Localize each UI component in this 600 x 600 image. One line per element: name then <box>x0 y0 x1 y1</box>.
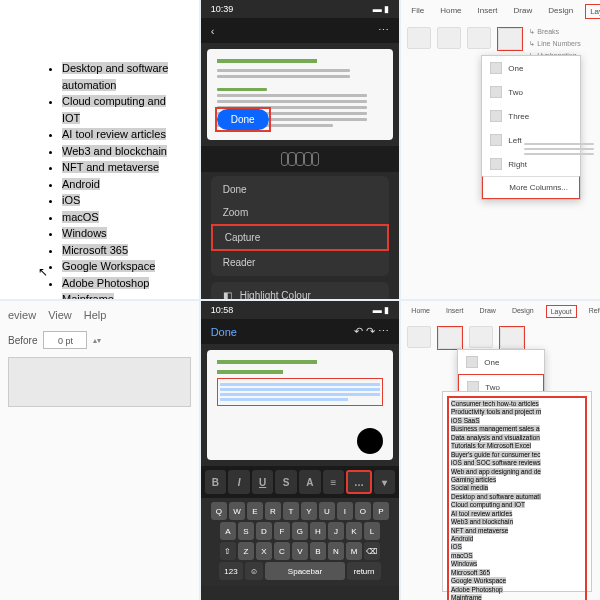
bold-button[interactable]: B <box>205 470 227 494</box>
orientation-icon[interactable] <box>438 327 462 349</box>
italic-button[interactable]: I <box>228 470 250 494</box>
list-item[interactable]: Google Workspace <box>62 260 155 272</box>
list-item[interactable]: iOS and SOC software reviews <box>451 459 583 467</box>
list-item[interactable]: Google Workspace <box>451 577 583 585</box>
columns-three[interactable]: Three <box>482 104 580 128</box>
list-item[interactable]: Consumer tech how-to articles <box>451 400 583 408</box>
key-u[interactable]: U <box>319 502 335 520</box>
key-f[interactable]: F <box>274 522 290 540</box>
tab-layout[interactable]: Layout <box>546 305 577 318</box>
more-columns[interactable]: More Columns... <box>482 176 580 199</box>
done-link[interactable]: Done <box>211 326 237 338</box>
list-item[interactable]: Cloud computing and IOT <box>451 501 583 509</box>
menu-dots-icon[interactable]: ⋯ <box>378 24 389 37</box>
tab-file[interactable]: File <box>407 4 428 19</box>
spacing-before-input[interactable]: 0 pt <box>43 331 87 349</box>
key-z[interactable]: Z <box>238 542 254 560</box>
list-item[interactable]: Microsoft 365 <box>451 569 583 577</box>
list-item[interactable]: Web and app designing and de <box>451 468 583 476</box>
document-list-pane[interactable]: Consumer tech how-to articlesProductivit… <box>442 391 592 592</box>
document-editing[interactable] <box>207 350 394 460</box>
columns-button[interactable] <box>498 28 522 50</box>
spinner-icon[interactable]: ▴▾ <box>93 336 101 345</box>
key-y[interactable]: Y <box>301 502 317 520</box>
bottom-tool-icons[interactable] <box>201 146 400 172</box>
back-icon[interactable]: ‹ <box>211 25 215 37</box>
list-item[interactable]: iOS <box>451 543 583 551</box>
key-i[interactable]: I <box>337 502 353 520</box>
tab[interactable]: Design <box>508 305 538 318</box>
key-k[interactable]: K <box>346 522 362 540</box>
tab[interactable]: Home <box>407 305 434 318</box>
list-item[interactable]: Productivity tools and project m <box>451 408 583 416</box>
breaks-option[interactable]: ↳ Breaks <box>529 27 581 37</box>
list-item[interactable]: Web3 and blockchain <box>62 145 167 157</box>
list-item[interactable]: Desktop and software automation <box>62 62 168 91</box>
menu-item-reader[interactable]: Reader <box>211 251 390 274</box>
key-123[interactable]: 123 <box>219 562 243 580</box>
list-item[interactable]: Buyer's guide for consumer tec <box>451 451 583 459</box>
list-item[interactable]: Mainframe <box>62 293 114 299</box>
columns-button[interactable] <box>500 327 524 349</box>
list-item[interactable]: Social media <box>451 484 583 492</box>
list-item[interactable]: Tutorials for Microsoft Excel <box>451 442 583 450</box>
tab-review[interactable]: eview <box>8 309 36 321</box>
list-item[interactable]: Desktop and software automati <box>451 493 583 501</box>
align-button[interactable]: ≡ <box>323 470 345 494</box>
list-item[interactable]: Microsoft 365 <box>62 244 128 256</box>
columns-two[interactable]: Two <box>482 80 580 104</box>
key-p[interactable]: P <box>373 502 389 520</box>
key-g[interactable]: G <box>292 522 308 540</box>
tab[interactable]: Insert <box>442 305 468 318</box>
menu-item-capture[interactable]: Capture <box>211 224 390 251</box>
menu-item-zoom[interactable]: Zoom <box>211 201 390 224</box>
list-item[interactable]: Android <box>451 535 583 543</box>
list-item[interactable]: Web3 and blockchain <box>451 518 583 526</box>
menu-item-done[interactable]: Done <box>211 178 390 201</box>
key-emoji[interactable]: ☺ <box>245 562 263 580</box>
list-item[interactable]: Cloud computing and IOT <box>62 95 166 124</box>
key-r[interactable]: R <box>265 502 281 520</box>
bullet-list[interactable]: Desktop and software automation Cloud co… <box>40 60 169 299</box>
underline-button[interactable]: U <box>252 470 274 494</box>
key-l[interactable]: L <box>364 522 380 540</box>
key-v[interactable]: V <box>292 542 308 560</box>
tab-help[interactable]: Help <box>84 309 107 321</box>
list-item[interactable]: Data analysis and visualization <box>451 434 583 442</box>
size-icon[interactable] <box>467 27 491 49</box>
size-icon[interactable] <box>469 326 493 348</box>
key-j[interactable]: J <box>328 522 344 540</box>
key-return[interactable]: return <box>347 562 381 580</box>
key-d[interactable]: D <box>256 522 272 540</box>
margins-icon[interactable] <box>407 326 431 348</box>
list-item[interactable]: Adobe Photoshop <box>451 586 583 594</box>
done-button[interactable]: Done <box>217 109 269 130</box>
key-⌫[interactable]: ⌫ <box>364 542 380 560</box>
key-q[interactable]: Q <box>211 502 227 520</box>
strike-button[interactable]: S <box>275 470 297 494</box>
font-button[interactable]: A <box>299 470 321 494</box>
document-preview[interactable]: Done <box>207 49 394 140</box>
list-item[interactable]: Windows <box>451 560 583 568</box>
fab-icon[interactable] <box>357 428 383 454</box>
list-item[interactable]: NFT and metaverse <box>451 527 583 535</box>
menu-item-highlight[interactable]: ◧Highlight Colour <box>211 284 390 299</box>
list-item[interactable]: macOS <box>451 552 583 560</box>
key-a[interactable]: A <box>220 522 236 540</box>
more-format-button[interactable]: … <box>346 470 372 494</box>
list-item[interactable]: Android <box>62 178 100 190</box>
key-o[interactable]: O <box>355 502 371 520</box>
key-e[interactable]: E <box>247 502 263 520</box>
key-m[interactable]: M <box>346 542 362 560</box>
key-t[interactable]: T <box>283 502 299 520</box>
list-item[interactable]: macOS <box>62 211 99 223</box>
columns-one[interactable]: One <box>482 56 580 80</box>
list-item[interactable]: Gaming articles <box>451 476 583 484</box>
tab[interactable]: Draw <box>476 305 500 318</box>
tab-layout[interactable]: Layout <box>585 4 600 19</box>
tab-insert[interactable]: Insert <box>474 4 502 19</box>
list-item[interactable]: Adobe Photoshop <box>62 277 149 289</box>
tab-home[interactable]: Home <box>436 4 465 19</box>
list-item[interactable]: Business management sales a <box>451 425 583 433</box>
key-space[interactable]: Spacebar <box>265 562 345 580</box>
